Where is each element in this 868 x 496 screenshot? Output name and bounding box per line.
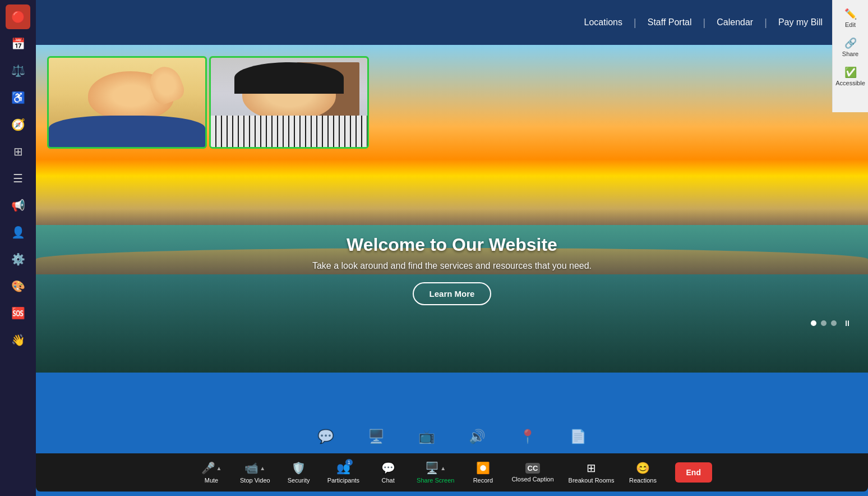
mute-label: Mute [205, 477, 218, 484]
video-arrow: ▲ [260, 465, 265, 471]
sidebar-item-settings[interactable]: ⚙️ [6, 247, 30, 272]
sidebar-item-home[interactable]: 🔴 [6, 4, 30, 29]
share-screen-button[interactable]: 🖥️ ▲ Share Screen [411, 458, 460, 487]
bottom-screen-icon-item[interactable]: 🖥️ [368, 429, 385, 444]
participants-button[interactable]: 👥 1 Participants [322, 458, 365, 487]
sidebar-item-megaphone[interactable]: 📢 [6, 193, 30, 218]
video-camera-icon: 📹 [244, 461, 258, 475]
reactions-icon: 😊 [636, 461, 650, 475]
reactions-label: Reactions [629, 477, 657, 484]
sidebar-item-paint[interactable]: 🎨 [6, 274, 30, 298]
main-content: Locations | Staff Portal | Calendar | Pa… [36, 0, 868, 496]
microphone-icon: 🎤 [201, 461, 215, 475]
record-icon: ⏺️ [476, 461, 490, 475]
right-panel: ✏️ Edit 🔗 Share ✅ Accessible [832, 0, 868, 112]
chat-icon: 💬 [381, 461, 395, 475]
location-icon: 📍 [519, 429, 536, 444]
nav-locations[interactable]: Locations [573, 17, 634, 27]
breakout-rooms-icon: ⊞ [587, 461, 596, 475]
slide-dot-2[interactable] [821, 320, 827, 326]
sidebar-item-calendar[interactable]: 📅 [6, 31, 30, 56]
pause-icon[interactable]: ⏸ [843, 319, 851, 328]
security-icon: 🛡️ [292, 461, 306, 475]
chat-label: Chat [381, 477, 394, 484]
closed-caption-label: Closed Caption [511, 476, 553, 483]
hero-title: Welcome to Our Website [36, 235, 868, 255]
nav-staff-portal[interactable]: Staff Portal [636, 17, 703, 27]
hero-text-block: Welcome to Our Website Take a look aroun… [36, 235, 868, 305]
edit-icon: ✏️ [844, 8, 857, 20]
caption-icon: 📺 [418, 429, 435, 444]
closed-caption-button[interactable]: CC Closed Caption [506, 460, 559, 486]
record-label: Record [473, 477, 493, 484]
record-button[interactable]: ⏺️ Record [463, 458, 502, 487]
share-button[interactable]: 🔗 Share [835, 34, 866, 61]
slide-indicators: ⏸ [811, 319, 851, 328]
chat-bubble-icon: 💬 [317, 429, 334, 444]
mute-button[interactable]: 🎤 ▲ Mute [192, 458, 231, 487]
bottom-icons-row: 💬 🖥️ 📺 🔊 📍 📄 [317, 429, 587, 444]
slide-dot-1[interactable] [811, 320, 816, 326]
video-tile-2 [209, 56, 369, 149]
closed-caption-icon: CC [525, 463, 541, 474]
hero-subtitle: Take a look around and find the services… [36, 261, 868, 271]
security-button[interactable]: 🛡️ Security [279, 458, 318, 487]
chat-button[interactable]: 💬 Chat [368, 458, 408, 487]
share-label: Share [842, 50, 858, 57]
zoom-toolbar: 🎤 ▲ Mute 📹 ▲ Stop Video 🛡️ Security [36, 453, 868, 492]
sidebar-item-wave[interactable]: 👋 [6, 328, 30, 352]
left-sidebar: 🔴 📅 ⚖️ ♿ 🧭 ⊞ ☰ 📢 👤 ⚙️ 🎨 🆘 👋 [0, 0, 36, 496]
sidebar-item-help[interactable]: 🆘 [6, 301, 30, 325]
breakout-rooms-label: Breakout Rooms [569, 477, 615, 484]
bottom-location-icon-item[interactable]: 📍 [519, 429, 536, 444]
sidebar-item-user[interactable]: 👤 [6, 220, 30, 245]
edit-label: Edit [845, 21, 856, 28]
nav-pay-bill[interactable]: Pay my Bill [767, 17, 834, 27]
sidebar-item-accessibility[interactable]: ♿ [6, 85, 30, 110]
slide-dot-3[interactable] [831, 320, 837, 326]
end-button[interactable]: End [675, 462, 712, 483]
nav-calendar[interactable]: Calendar [705, 17, 764, 27]
participants-label: Participants [327, 477, 359, 484]
accessible-icon: ✅ [844, 66, 857, 79]
stop-video-label: Stop Video [240, 477, 270, 484]
mute-arrow: ▲ [216, 465, 222, 471]
security-label: Security [288, 477, 310, 484]
document-icon: 📄 [570, 429, 587, 444]
edit-button[interactable]: ✏️ Edit [835, 4, 866, 31]
video-overlay [47, 56, 369, 149]
accessible-label: Accessible [835, 80, 865, 86]
bottom-doc-icon-item[interactable]: 📄 [570, 429, 587, 444]
screen-icon: 🖥️ [368, 429, 385, 444]
share-screen-label: Share Screen [417, 477, 454, 484]
sidebar-item-menu[interactable]: ☰ [6, 166, 30, 191]
hero-cta-button[interactable]: Learn More [413, 282, 492, 305]
bottom-volume-icon-item[interactable]: 🔊 [469, 429, 486, 444]
bottom-area: 💬 🖥️ 📺 🔊 📍 📄 🎤 ▲ [36, 373, 868, 496]
bottom-caption-icon-item[interactable]: 📺 [418, 429, 435, 444]
sidebar-item-scales[interactable]: ⚖️ [6, 58, 30, 83]
share-screen-icon: 🖥️ [425, 461, 439, 475]
volume-icon: 🔊 [469, 429, 486, 444]
sidebar-item-grid[interactable]: ⊞ [6, 139, 30, 164]
share-icon: 🔗 [844, 37, 857, 49]
accessible-button[interactable]: ✅ Accessible [835, 63, 866, 90]
breakout-rooms-button[interactable]: ⊞ Breakout Rooms [563, 458, 620, 487]
hero-section: Welcome to Our Website Take a look aroun… [36, 45, 868, 373]
video-tile-1 [47, 56, 207, 149]
share-screen-arrow: ▲ [440, 465, 446, 471]
top-nav: Locations | Staff Portal | Calendar | Pa… [36, 0, 868, 45]
sidebar-item-compass[interactable]: 🧭 [6, 112, 30, 137]
bottom-chat-icon-item[interactable]: 💬 [317, 429, 334, 444]
participants-count-badge: 1 [345, 459, 353, 466]
nav-links: Locations | Staff Portal | Calendar | Pa… [573, 16, 857, 29]
reactions-button[interactable]: 😊 Reactions [624, 458, 663, 487]
stop-video-button[interactable]: 📹 ▲ Stop Video [234, 458, 276, 487]
